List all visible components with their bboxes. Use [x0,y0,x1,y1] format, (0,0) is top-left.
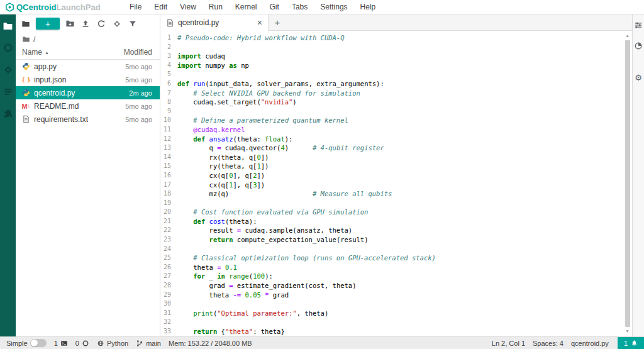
code-line[interactable]: 26 theta = 0.1 [160,263,632,272]
file-row[interactable]: app.py5mo ago [16,60,160,73]
code-text: # Select NVIDIA GPU backend for simulati… [177,89,360,98]
cursor-position[interactable]: Ln 2, Col 1 [492,340,525,347]
scrollbar-thumb[interactable] [625,40,630,327]
code-line[interactable]: 29 theta -= 0.05 * grad [160,291,632,300]
kernel-language[interactable]: Python [97,340,128,347]
toggle-switch[interactable] [30,339,47,347]
code-line[interactable]: 25 # Classical optimization loop (runs o… [160,253,632,263]
code-line[interactable]: 1# Pseudo-code: Hybrid workflow with CUD… [160,33,632,43]
new-folder-icon[interactable] [64,18,75,30]
files-icon[interactable] [3,20,14,31]
new-tab-button[interactable]: + [269,14,286,30]
new-launcher-button[interactable]: + [36,18,60,30]
code-line[interactable]: 5 [160,70,632,79]
refresh-icon[interactable] [96,18,107,30]
bell-icon [631,340,638,346]
menu-git[interactable]: Git [264,0,286,14]
table-of-contents-icon[interactable] [3,86,14,97]
activity-bar [0,14,16,336]
breadcrumb[interactable]: / [16,33,160,46]
code-line[interactable]: 3import cudaq [160,52,632,61]
breadcrumb-root[interactable]: / [33,35,35,44]
tab-bar: qcentroid.py × + [160,14,632,31]
column-header-name[interactable]: Name ▲ [22,48,124,57]
code-line[interactable]: 10 # Define a parameterized quantum kern… [160,116,632,125]
code-line[interactable]: 11 @cudaq.kernel [160,125,632,135]
menu-help[interactable]: Help [354,0,382,14]
code-line[interactable]: 6def run(input_data, solver_params, extr… [160,79,632,89]
code-editor[interactable]: 1# Pseudo-code: Hybrid workflow with CUD… [160,31,632,336]
code-line[interactable]: 21 def cost(theta): [160,217,632,226]
simple-mode-toggle[interactable]: Simple [6,339,47,347]
code-line[interactable]: 16 cx(q[0], q[2]) [160,171,632,180]
file-row[interactable]: M↓README.md5mo ago [16,99,160,113]
line-number: 3 [160,52,177,61]
extensions-icon[interactable] [3,108,14,119]
code-line[interactable]: 18 mz(q) # Measure all qubits [160,189,632,199]
git-icon[interactable] [3,64,14,75]
brand-name: QCentroid [16,3,57,12]
code-line[interactable]: 31 print("Optimal parameter:", theta) [160,309,632,318]
code-line[interactable]: 19 [160,199,632,208]
tab-qcentroid-py[interactable]: qcentroid.py × [160,14,269,31]
menu-settings[interactable]: Settings [314,0,353,14]
json-file-icon: { } [21,75,30,84]
menu-tabs[interactable]: Tabs [286,0,314,14]
code-line[interactable]: 20 # Cost function evaluated via GPU sim… [160,208,632,217]
scroll-down-icon[interactable]: ▼ [625,328,630,335]
code-line[interactable]: 15 ry(theta, q[1]) [160,162,632,171]
file-row[interactable]: { }input.json5mo ago [16,73,160,86]
line-number: 17 [160,180,177,190]
notifications-button[interactable]: 1 [618,337,644,349]
menu-kernel[interactable]: Kernel [229,0,264,14]
file-name: qcentroid.py [34,89,125,97]
code-line[interactable]: 9 [160,107,632,116]
name-column-label: Name [22,48,42,57]
code-line[interactable]: 30 [160,299,632,309]
code-line[interactable]: 17 cx(q[1], q[3]) [160,180,632,190]
close-tab-icon[interactable]: × [257,18,262,27]
menu-view[interactable]: View [174,0,203,14]
code-line[interactable]: 14 rx(theta, q[0]) [160,153,632,162]
scroll-up-icon[interactable]: ▲ [625,33,630,39]
code-line[interactable]: 27 for _ in range(100): [160,272,632,281]
git-branch[interactable]: main [136,340,161,347]
menu-run[interactable]: Run [203,0,229,14]
code-line[interactable]: 22 result = cudaq.sample(ansatz, theta) [160,226,632,235]
upload-icon[interactable] [80,18,91,30]
kernel-usage-icon[interactable] [633,40,644,51]
code-line[interactable]: 12 def ansatz(theta: float): [160,135,632,144]
toggle-knob [31,340,38,346]
running-sessions-icon[interactable] [3,42,14,53]
filter-icon[interactable] [127,18,138,30]
indent-setting[interactable]: Spaces: 4 [533,340,564,347]
line-number: 11 [160,125,177,135]
code-line[interactable]: 24 [160,245,632,254]
running-terminals[interactable]: 1 [54,340,68,347]
git-diamond-icon[interactable] [111,18,123,30]
code-line[interactable]: 13 q = cudaq.qvector(4) # 4-qubit regist… [160,143,632,153]
code-line[interactable]: 7 # Select NVIDIA GPU backend for simula… [160,89,632,98]
code-text: grad = estimate_gradient(cost, theta) [177,281,356,291]
menu-edit[interactable]: Edit [148,0,174,14]
code-line[interactable]: 8 cudaq.set_target("nvidia") [160,97,632,107]
menu-file[interactable]: File [123,0,148,14]
column-header-modified[interactable]: Modified [124,48,152,57]
file-row[interactable]: requirements.txt5mo ago [16,113,160,126]
line-number: 8 [160,97,177,107]
running-kernels[interactable]: 0 [75,340,89,347]
text-file-icon [21,115,30,124]
editor-scrollbar[interactable]: ▲ ▼ [624,33,631,335]
file-row[interactable]: qcentroid.py2m ago [16,86,160,99]
settings-gear-icon[interactable]: ⚙ [633,72,644,83]
code-line[interactable]: 33 return {"theta": theta} [160,327,632,336]
kernel-count: 0 [75,340,79,347]
globe-icon [97,340,104,347]
property-inspector-icon[interactable] [633,19,644,30]
code-line[interactable]: 2 [160,43,632,52]
folder-icon[interactable] [20,18,31,30]
code-line[interactable]: 23 return compute_expectation_value(resu… [160,235,632,245]
code-line[interactable]: 28 grad = estimate_gradient(cost, theta) [160,281,632,291]
code-line[interactable]: 4import numpy as np [160,61,632,70]
code-line[interactable]: 32 [160,318,632,327]
